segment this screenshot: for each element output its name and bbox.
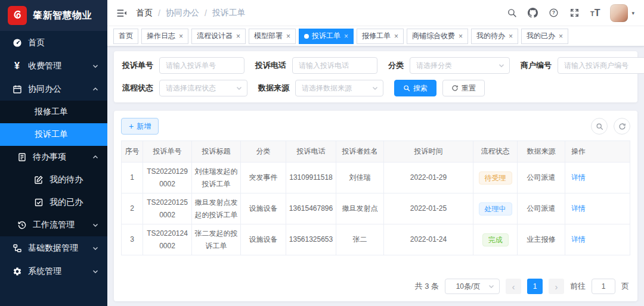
search-icon	[596, 123, 603, 130]
tab-label: 模型部署	[254, 31, 283, 41]
cell-category: 设施设备	[241, 224, 286, 255]
category-select[interactable]	[410, 57, 510, 74]
tab-shop-fees[interactable]: 商铺综合收费×	[407, 29, 468, 44]
font-size-button[interactable]: TT	[590, 8, 600, 18]
prev-page-button[interactable]: ‹	[506, 279, 521, 294]
plus-icon: +	[129, 122, 134, 130]
active-dot	[304, 34, 309, 39]
breadcrumb-collaboration: 协同办公	[166, 8, 199, 18]
field-label: 数据来源	[258, 83, 289, 93]
sidebar-item-todo-matters[interactable]: 待办事项	[0, 146, 107, 168]
sidebar-item-label: 首页	[28, 38, 45, 48]
sidebar-item-label: 工作流管理	[33, 220, 75, 230]
col-complainant: 投诉者姓名	[336, 141, 384, 163]
sidebar-item-my-todo[interactable]: 我的待办	[0, 168, 107, 191]
tab-complaint-order[interactable]: 投诉工单×	[299, 29, 354, 44]
sidebar-item-workflow-management[interactable]: 工作流管理	[0, 214, 107, 236]
phone-input[interactable]	[292, 57, 377, 74]
page-size-select[interactable]: 10条/页	[445, 279, 500, 294]
goto-page-input[interactable]	[592, 279, 615, 294]
sidebar-menu: 首页 ¥ 收费管理 协同办公 报修工单	[0, 31, 107, 306]
search-button[interactable]	[507, 8, 518, 18]
app-window: 肇新智慧物业 首页 ¥ 收费管理 协同办公	[0, 0, 644, 306]
table-toolbar: + 新增	[121, 118, 630, 135]
detail-link[interactable]: 详情	[571, 204, 586, 213]
close-icon[interactable]: ×	[459, 33, 463, 40]
cell-complainant: 撒旦发射点	[336, 193, 384, 224]
logo-bar: 肇新智慧物业	[0, 0, 107, 31]
data-source-select[interactable]	[295, 80, 383, 96]
github-button[interactable]	[528, 8, 538, 18]
complaint-table-card: + 新增	[114, 111, 637, 301]
close-icon[interactable]: ×	[236, 33, 240, 40]
tab-repair-order[interactable]: 报修工单×	[357, 29, 404, 44]
cell-phone: 13109911518	[286, 163, 336, 193]
close-icon[interactable]: ×	[559, 33, 563, 40]
cell-index: 2	[122, 193, 143, 224]
table-row: 3 TS202201240002 张二发起的投诉工单 设施设备 13561325…	[122, 224, 630, 255]
add-button-label: 新增	[137, 121, 151, 132]
refresh-icon	[618, 123, 626, 130]
flow-status-select[interactable]	[159, 80, 247, 96]
gear-icon	[12, 266, 22, 276]
sidebar-item-collaboration[interactable]: 协同办公	[0, 77, 107, 101]
cell-time: 2022-01-25	[384, 193, 473, 224]
dashboard-icon	[12, 38, 22, 48]
calendar-icon	[12, 84, 22, 94]
sidebar-item-complaint-order[interactable]: 投诉工单	[0, 123, 107, 146]
cell-title: 刘佳瑞发起的投诉工单	[192, 163, 241, 193]
close-icon[interactable]: ×	[179, 33, 183, 40]
close-icon[interactable]: ×	[394, 33, 398, 40]
sidebar-item-repair-order[interactable]: 报修工单	[0, 101, 107, 123]
tab-operation-log[interactable]: 操作日志×	[141, 29, 188, 44]
col-order-no: 投诉单号	[143, 141, 192, 163]
tab-my-todo[interactable]: 我的待办×	[471, 29, 518, 44]
page-1-button[interactable]: 1	[527, 279, 543, 294]
tab-label: 投诉工单	[312, 31, 340, 41]
add-button[interactable]: + 新增	[121, 118, 159, 135]
tab-my-done[interactable]: 我的已办×	[521, 29, 568, 44]
user-menu[interactable]: ▾	[610, 4, 634, 22]
cell-time: 2022-01-24	[384, 224, 473, 255]
close-icon[interactable]: ×	[286, 33, 290, 40]
avatar[interactable]	[610, 4, 628, 22]
sidebar-item-fee-management[interactable]: ¥ 收费管理	[0, 54, 107, 77]
sidebar-item-system-management[interactable]: 系统管理	[0, 260, 107, 283]
logo-icon	[8, 6, 27, 25]
sidebar-item-basic-data[interactable]: 基础数据管理	[0, 236, 107, 260]
refresh-table-button[interactable]	[614, 118, 630, 135]
breadcrumb-home[interactable]: 首页	[136, 8, 153, 18]
search-icon	[403, 85, 410, 92]
breadcrumb-separator: /	[158, 8, 160, 18]
fullscreen-button[interactable]	[569, 8, 580, 18]
field-data-source: 数据来源	[258, 80, 383, 96]
sidebar-item-my-done[interactable]: 我的已办	[0, 191, 107, 214]
app-title: 肇新智慧物业	[33, 10, 92, 22]
tab-label: 我的已办	[527, 31, 555, 41]
cell-phone: 13615467896	[286, 193, 336, 224]
complaint-no-input[interactable]	[159, 57, 244, 74]
hamburger-icon	[116, 7, 128, 19]
sidebar-item-home[interactable]: 首页	[0, 31, 107, 54]
cell-category: 设施设备	[241, 193, 286, 224]
search-button-form[interactable]: 搜索	[394, 80, 436, 96]
tab-model-deploy[interactable]: 模型部署×	[249, 29, 296, 44]
sidebar-toggle-button[interactable]	[116, 7, 128, 19]
detail-link[interactable]: 详情	[571, 235, 586, 243]
cell-source: 公司派遣	[518, 193, 565, 224]
tab-home[interactable]: 首页	[113, 29, 138, 44]
close-icon[interactable]: ×	[509, 33, 513, 40]
tab-flow-designer[interactable]: 流程设计器×	[191, 29, 246, 44]
chevron-down-icon	[488, 283, 495, 290]
next-icon: ›	[555, 282, 558, 292]
search-button-label: 搜索	[413, 83, 428, 93]
merchant-no-input[interactable]	[558, 57, 644, 74]
detail-link[interactable]: 详情	[571, 173, 586, 182]
toggle-search-button[interactable]	[591, 118, 608, 135]
reset-button[interactable]: 重置	[442, 80, 485, 96]
table-header-row: 序号 投诉单号 投诉标题 分类 投诉电话 投诉者姓名 投诉时间 流程状态 数据来…	[122, 141, 630, 163]
help-button[interactable]: ?	[549, 8, 559, 18]
navbar-actions: ? TT ▾	[507, 4, 634, 22]
close-icon[interactable]: ×	[344, 33, 348, 40]
next-page-button[interactable]: ›	[549, 279, 564, 294]
